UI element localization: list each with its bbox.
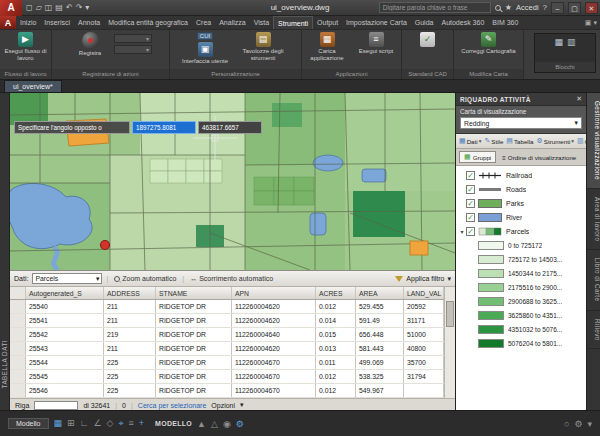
search-input[interactable] [379,2,491,13]
redo-icon[interactable]: ↷ [76,0,83,16]
dynamic-input-icon[interactable]: + [139,418,144,429]
taskpane-tool-tabella[interactable]: ▤Tabella [506,137,533,145]
side-tab-area-di-lavoro[interactable]: Area di lavoro [587,189,600,250]
isolate-icon[interactable]: ○ [564,419,569,429]
ribbon-tab-analizza[interactable]: Analizza [215,16,249,29]
signin-link[interactable]: Accedi [516,3,539,12]
annotation-icon[interactable]: ▲ [197,419,206,429]
side-tab-libro-di-carte[interactable]: Libro di Carte [587,250,600,310]
row-selector[interactable] [10,356,26,369]
block-edit-icon[interactable]: ▥ [567,37,576,47]
ortho-icon[interactable]: ∟ [80,418,89,429]
table-column-header[interactable]: LAND_VAL [404,287,444,299]
ribbon-tab-output[interactable]: Output [313,16,342,29]
ribbon-tab-autodesk-360[interactable]: Autodesk 360 [437,16,488,29]
ribbon-options-icon[interactable]: ▣ [585,19,592,27]
tab-draw-order[interactable]: ≡ Ordine di visualizzazione [498,153,580,162]
maximize-button[interactable]: ▢ [568,2,581,14]
new-icon[interactable]: ◻ [26,0,33,16]
load-application-button[interactable]: ▦ Carica applicazione [304,32,350,62]
row-selector[interactable] [10,342,26,355]
display-map-dropdown[interactable]: Redding ▾ [460,117,582,129]
row-selector[interactable] [10,314,26,327]
annotation-scale-icon[interactable]: △ [211,419,218,429]
table-row[interactable]: 25542219RIDGETOP DR1122600046400.015656.… [10,328,455,342]
table-column-header[interactable]: ACRES [316,287,356,299]
theme-row[interactable]: 4351032 to 5076... [456,322,586,336]
layer-row-railroad[interactable]: ✓Railroad [456,168,586,182]
taskpane-tool-dati[interactable]: ▦Dati▾ [459,137,481,145]
scrollbar-thumb[interactable] [446,301,454,327]
table-column-header[interactable]: ADDRESS [104,287,156,299]
fix-cartography-button[interactable]: ✎ Correggi Cartografia [461,32,517,55]
application-menu-button[interactable]: A [0,16,16,29]
theme-row[interactable]: 2900688 to 3625... [456,294,586,308]
theme-row[interactable]: 1450344 to 2175... [456,266,586,280]
dynamic-input-x[interactable]: 1897275.8081 [132,121,196,134]
osnap-icon[interactable]: ⌖ [118,418,123,429]
park-parcel[interactable] [353,191,405,237]
table-column-header[interactable]: Autogenerated_S [26,287,104,299]
ribbon-tab-crea[interactable]: Crea [192,16,215,29]
ribbon-tab-impostazione-carta[interactable]: Impostazione Carta [342,16,411,29]
theme-row[interactable]: 5076204 to 5801... [456,336,586,350]
grid-icon[interactable]: ▦ [54,418,63,429]
tool-palettes-button[interactable]: ▤ Tavolozze degli strumenti [234,32,292,62]
data-table-palette-label[interactable]: TABELLA DATI [1,340,8,388]
search-icon[interactable] [495,5,501,11]
data-source-dropdown[interactable]: Parcels ▾ [32,273,102,284]
ribbon-collapse-icon[interactable]: ▾ [593,19,597,27]
layer-row-river[interactable]: ✓River [456,210,586,224]
action-tools-dropdown[interactable]: ▾ [114,45,152,54]
taskpane-tool-strumenti[interactable]: ⚙Strumenti▾ [537,137,575,145]
table-row[interactable]: 25546225RIDGETOP DR1122600046700.012549.… [10,384,455,398]
polar-icon[interactable]: ∠ [93,418,101,429]
theme-row[interactable]: 3625860 to 4351... [456,308,586,322]
exchange-icon[interactable]: ★ [505,3,512,12]
layer-checkbox[interactable]: ✓ [466,227,475,236]
theme-row[interactable]: 2175516 to 2900... [456,280,586,294]
more-icon[interactable]: ▾ [85,0,89,16]
cad-standards-button[interactable]: ✓ [405,32,451,47]
row-selector[interactable] [10,384,26,397]
auto-scroll-button[interactable]: ↔ Scorrimento automatico [188,275,275,282]
plot-icon[interactable]: ▤ [55,0,63,16]
layer-checkbox[interactable]: ✓ [466,171,475,180]
map-drawing[interactable] [10,93,455,270]
side-tab-gestione-visualizzazione[interactable]: Gestione visualizzazione [587,93,600,189]
run-script-button[interactable]: ≡ Esegui script [353,32,399,55]
user-interface-button[interactable]: CUI ▣ Interfaccia utente [179,32,231,65]
tab-groups[interactable]: ▦ Gruppi [459,151,496,163]
panel-blocks[interactable]: ▦ ▥ Blocchi [534,33,596,73]
help-icon[interactable]: ? [543,3,547,12]
layer-checkbox[interactable]: ✓ [466,213,475,222]
layer-checkbox[interactable]: ✓ [466,199,475,208]
ribbon-tab-strumenti[interactable]: Strumenti [273,16,313,29]
lineweight-icon[interactable]: ≡ [128,418,133,429]
row-selector[interactable] [10,300,26,313]
annotation-visibility-icon[interactable]: ◉ [223,419,231,429]
theme-row[interactable]: 725172 to 14503... [456,252,586,266]
table-column-header[interactable]: STNAME [156,287,232,299]
table-row[interactable]: 25541211RIDGETOP DR1122600046200.014591.… [10,314,455,328]
table-row[interactable]: 25544225RIDGETOP DR1122600046700.011499.… [10,356,455,370]
layer-row-parcels[interactable]: ▾✓Parcels [456,224,586,238]
apply-filter-button[interactable]: Applica filtro ▾ [395,275,451,283]
gear-icon[interactable]: ⚙ [574,419,582,429]
workspace-gear-icon[interactable]: ⚙ [236,419,244,429]
document-tab[interactable]: ui_overview* [4,80,62,92]
minimize-button[interactable]: – [551,2,564,14]
data-table-palette-strip[interactable]: TABELLA DATI [0,93,10,410]
expand-chevron-icon[interactable]: ▾ [587,419,592,429]
search-to-select-link[interactable]: Cerca per selezionare [138,402,206,409]
row-selector[interactable] [10,328,26,341]
row-selector[interactable] [10,370,26,383]
ribbon-tab-guida[interactable]: Guida [411,16,438,29]
run-workflow-button[interactable]: ▶ Esegui flusso di lavoro [3,32,49,62]
taskpane-tool-stile[interactable]: ✎Stile [484,137,503,145]
row-number-input[interactable] [34,401,78,410]
highlighted-parcel[interactable] [410,241,428,255]
close-button[interactable]: ✕ [585,2,598,14]
ribbon-tab-annota[interactable]: Annota [74,16,104,29]
undo-icon[interactable]: ↶ [66,0,73,16]
